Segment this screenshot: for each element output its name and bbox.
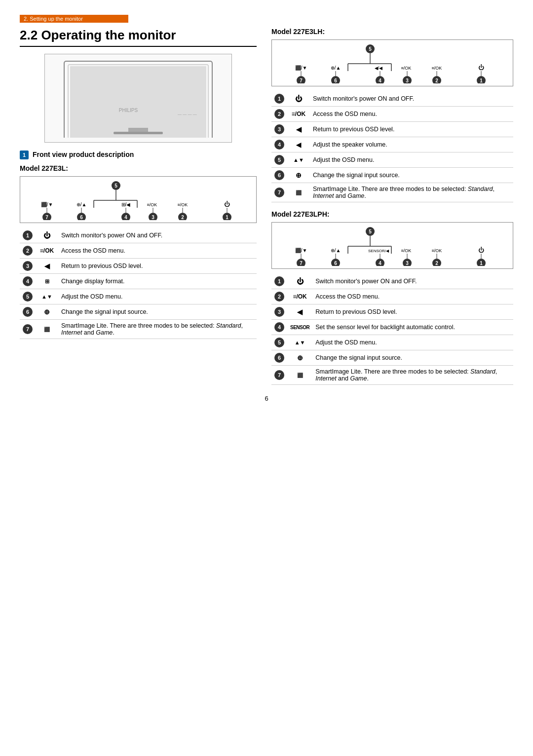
left-column: 2.2 Operating the monitor PHILIPS — — — … bbox=[20, 28, 257, 385]
svg-text:≡/OK: ≡/OK bbox=[178, 202, 188, 207]
svg-text:6: 6 bbox=[334, 78, 337, 83]
breadcrumb: 2. Setting up the monitor bbox=[20, 15, 128, 23]
svg-text:1: 1 bbox=[226, 215, 228, 220]
table-row: 4 ◀ Adjust the speaker volume. bbox=[271, 137, 513, 152]
svg-text:≡/OK: ≡/OK bbox=[432, 66, 442, 71]
monitor-svg: PHILIPS — — — — bbox=[59, 59, 217, 138]
table-row: 2 ≡/OK Access the OSD menu. bbox=[271, 107, 513, 122]
table-row: 7 ⬛ SmartImage Lite. There are three mod… bbox=[271, 183, 513, 202]
svg-text:≡/OK: ≡/OK bbox=[401, 66, 412, 71]
svg-text:5: 5 bbox=[369, 46, 372, 52]
svg-text:◀/◀: ◀/◀ bbox=[375, 66, 383, 71]
svg-text:6: 6 bbox=[80, 215, 83, 220]
svg-text:⬛/▼: ⬛/▼ bbox=[41, 201, 53, 208]
svg-text:3: 3 bbox=[152, 215, 154, 220]
table-row: 7 ⬛ SmartImage Lite. There are three mod… bbox=[20, 320, 257, 339]
svg-text:1: 1 bbox=[480, 261, 483, 266]
svg-text:PHILIPS: PHILIPS bbox=[119, 108, 138, 113]
front-view-label: 1 Front view product description bbox=[20, 151, 257, 159]
table-row: 6 ⊕ Change the signal input source. bbox=[271, 168, 513, 183]
diagram-227E3LPH: 5 ⬛/▼ 7 ⊕/▲ 6 SENSOR/◀ bbox=[271, 222, 513, 269]
svg-text:5: 5 bbox=[369, 229, 372, 234]
table-row: 2 ≡/OK Access the OSD menu. bbox=[271, 289, 513, 304]
table-row: 3 ◀ Return to previous OSD level. bbox=[20, 259, 257, 274]
svg-text:3: 3 bbox=[406, 78, 409, 83]
diagram-227E3LH: 5 ⬛/▼ 7 ⊕/▲ 6 ◀/◀ bbox=[271, 39, 513, 86]
model-227E3LH-label: Model 227E3LH: bbox=[271, 28, 513, 36]
section-badge: 1 bbox=[20, 151, 29, 159]
svg-text:7: 7 bbox=[300, 78, 303, 83]
page-number: 6 bbox=[20, 395, 513, 402]
table-row: 5 ▲▼ Adjust the OSD menu. bbox=[20, 289, 257, 304]
table-row: 4 ⊞ Change display format. bbox=[20, 274, 257, 289]
svg-text:⬛/▼: ⬛/▼ bbox=[295, 247, 307, 254]
right-column: Model 227E3LH: 5 ⬛/▼ 7 ⊕/▲ bbox=[271, 28, 513, 385]
button-table-227E3L: 1 ⏻ Switch monitor's power ON and OFF. 2… bbox=[20, 228, 257, 339]
diagram-227E3L: 5 ⬛/▼ 7 ⊕/▲ bbox=[20, 176, 257, 223]
svg-text:2: 2 bbox=[435, 78, 438, 83]
table-row: 3 ◀ Return to previous OSD level. bbox=[271, 304, 513, 320]
svg-text:⏻: ⏻ bbox=[478, 64, 484, 71]
svg-text:6: 6 bbox=[334, 261, 337, 266]
table-row: 1 ⏻ Switch monitor's power ON and OFF. bbox=[271, 274, 513, 289]
svg-text:⊕/▲: ⊕/▲ bbox=[76, 202, 87, 207]
svg-text:⊕/▲: ⊕/▲ bbox=[331, 248, 341, 253]
svg-text:⊕/▲: ⊕/▲ bbox=[331, 65, 341, 71]
svg-text:4: 4 bbox=[124, 215, 127, 220]
table-row: 1 ⏻ Switch monitor's power ON and OFF. bbox=[271, 91, 513, 107]
svg-text:≡/OK: ≡/OK bbox=[147, 202, 157, 207]
table-row: 1 ⏻ Switch monitor's power ON and OFF. bbox=[20, 228, 257, 243]
svg-text:7: 7 bbox=[45, 215, 48, 220]
svg-text:7: 7 bbox=[300, 261, 303, 266]
svg-text:⏻: ⏻ bbox=[224, 201, 230, 208]
model-227E3L-label: Model 227E3L: bbox=[20, 164, 257, 172]
button-table-227E3LPH: 1 ⏻ Switch monitor's power ON and OFF. 2… bbox=[271, 274, 513, 385]
diagram-227E3L-svg: 5 ⬛/▼ 7 ⊕/▲ bbox=[24, 181, 252, 220]
svg-text:⏻: ⏻ bbox=[478, 247, 484, 254]
svg-text:≡/OK: ≡/OK bbox=[401, 248, 412, 253]
svg-rect-2 bbox=[70, 66, 206, 138]
svg-text:— — — —: — — — — bbox=[178, 112, 197, 116]
table-row: 7 ⬛ SmartImage Lite. There are three mod… bbox=[271, 366, 513, 385]
svg-rect-6 bbox=[114, 132, 163, 134]
svg-text:4: 4 bbox=[379, 78, 381, 83]
page: 2. Setting up the monitor 2.2 Operating … bbox=[0, 0, 533, 417]
svg-text:5: 5 bbox=[114, 183, 117, 189]
svg-text:2: 2 bbox=[435, 261, 438, 266]
monitor-illustration: PHILIPS — — — — bbox=[44, 54, 232, 143]
main-content: 2.2 Operating the monitor PHILIPS — — — … bbox=[20, 28, 513, 385]
table-row: 3 ◀ Return to previous OSD level. bbox=[271, 122, 513, 137]
svg-text:3: 3 bbox=[406, 261, 409, 266]
table-row: 6 ⊕ Change the signal input source. bbox=[20, 304, 257, 320]
section-title: 2.2 Operating the monitor bbox=[20, 28, 257, 47]
svg-text:⬛/▼: ⬛/▼ bbox=[295, 65, 307, 71]
svg-text:2: 2 bbox=[181, 215, 184, 220]
svg-text:4: 4 bbox=[379, 261, 381, 266]
table-row: 5 ▲▼ Adjust the OSD menu. bbox=[271, 152, 513, 168]
model-227E3LPH-label: Model 227E3LPH: bbox=[271, 210, 513, 218]
table-row: 4 SENSOR Set the sensor level for backli… bbox=[271, 320, 513, 335]
diagram-227E3LH-svg: 5 ⬛/▼ 7 ⊕/▲ 6 ◀/◀ bbox=[276, 44, 509, 83]
svg-text:1: 1 bbox=[480, 78, 483, 83]
svg-text:⊞/◀: ⊞/◀ bbox=[121, 202, 131, 207]
diagram-227E3LPH-svg: 5 ⬛/▼ 7 ⊕/▲ 6 SENSOR/◀ bbox=[276, 227, 509, 266]
svg-text:SENSOR/◀: SENSOR/◀ bbox=[368, 249, 389, 253]
table-row: 2 ≡/OK Access the OSD menu. bbox=[20, 243, 257, 259]
table-row: 6 ⊕ Change the signal input source. bbox=[271, 350, 513, 366]
table-row: 5 ▲▼ Adjust the OSD menu. bbox=[271, 335, 513, 350]
svg-text:≡/OK: ≡/OK bbox=[432, 248, 442, 253]
button-table-227E3LH: 1 ⏻ Switch monitor's power ON and OFF. 2… bbox=[271, 91, 513, 202]
